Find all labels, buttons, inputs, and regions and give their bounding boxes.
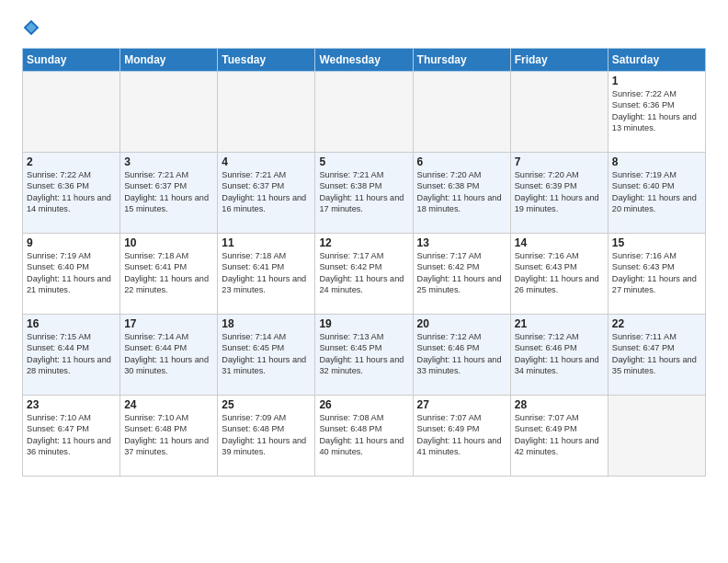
day-number: 14	[515, 236, 604, 249]
day-number: 20	[417, 317, 506, 330]
weekday-monday: Monday	[120, 49, 218, 72]
weekday-header-row: SundayMondayTuesdayWednesdayThursdayFrid…	[23, 49, 706, 72]
day-cell: 20Sunrise: 7:12 AM Sunset: 6:46 PM Dayli…	[413, 315, 510, 396]
day-cell: 7Sunrise: 7:20 AM Sunset: 6:39 PM Daylig…	[510, 153, 608, 234]
day-cell: 25Sunrise: 7:09 AM Sunset: 6:48 PM Dayli…	[218, 396, 315, 477]
day-info: Sunrise: 7:21 AM Sunset: 6:37 PM Dayligh…	[124, 169, 213, 215]
week-row-5: 23Sunrise: 7:10 AM Sunset: 6:47 PM Dayli…	[23, 396, 706, 477]
day-cell	[608, 396, 705, 477]
day-cell: 6Sunrise: 7:20 AM Sunset: 6:38 PM Daylig…	[413, 153, 510, 234]
day-number: 11	[222, 236, 311, 249]
day-cell: 9Sunrise: 7:19 AM Sunset: 6:40 PM Daylig…	[23, 234, 120, 315]
day-number: 7	[515, 155, 604, 168]
day-number: 12	[319, 236, 408, 249]
day-number: 9	[27, 236, 116, 249]
weekday-wednesday: Wednesday	[315, 49, 413, 72]
day-number: 5	[319, 155, 408, 168]
weekday-sunday: Sunday	[23, 49, 120, 72]
day-info: Sunrise: 7:14 AM Sunset: 6:44 PM Dayligh…	[124, 331, 213, 377]
day-number: 2	[27, 155, 116, 168]
day-number: 28	[515, 398, 604, 411]
day-cell: 5Sunrise: 7:21 AM Sunset: 6:38 PM Daylig…	[315, 153, 413, 234]
day-number: 8	[612, 155, 701, 168]
day-info: Sunrise: 7:18 AM Sunset: 6:41 PM Dayligh…	[124, 250, 213, 296]
day-cell: 21Sunrise: 7:12 AM Sunset: 6:46 PM Dayli…	[510, 315, 608, 396]
logo	[22, 18, 44, 37]
day-cell	[315, 72, 413, 153]
day-number: 13	[417, 236, 506, 249]
day-cell: 3Sunrise: 7:21 AM Sunset: 6:37 PM Daylig…	[120, 153, 218, 234]
day-cell: 19Sunrise: 7:13 AM Sunset: 6:45 PM Dayli…	[315, 315, 413, 396]
day-info: Sunrise: 7:07 AM Sunset: 6:49 PM Dayligh…	[417, 412, 506, 458]
day-info: Sunrise: 7:10 AM Sunset: 6:48 PM Dayligh…	[124, 412, 213, 458]
day-number: 15	[612, 236, 701, 249]
day-number: 27	[417, 398, 506, 411]
day-number: 24	[124, 398, 213, 411]
day-number: 6	[417, 155, 506, 168]
day-cell: 16Sunrise: 7:15 AM Sunset: 6:44 PM Dayli…	[23, 315, 120, 396]
day-number: 10	[124, 236, 213, 249]
day-cell: 17Sunrise: 7:14 AM Sunset: 6:44 PM Dayli…	[120, 315, 218, 396]
day-info: Sunrise: 7:21 AM Sunset: 6:38 PM Dayligh…	[319, 169, 408, 215]
day-cell: 28Sunrise: 7:07 AM Sunset: 6:49 PM Dayli…	[510, 396, 608, 477]
day-number: 17	[124, 317, 213, 330]
day-info: Sunrise: 7:12 AM Sunset: 6:46 PM Dayligh…	[515, 331, 604, 377]
day-number: 21	[515, 317, 604, 330]
weekday-tuesday: Tuesday	[218, 49, 315, 72]
calendar: SundayMondayTuesdayWednesdayThursdayFrid…	[22, 48, 706, 477]
day-number: 1	[612, 75, 701, 87]
day-info: Sunrise: 7:19 AM Sunset: 6:40 PM Dayligh…	[27, 250, 116, 296]
day-number: 23	[27, 398, 116, 411]
day-info: Sunrise: 7:17 AM Sunset: 6:42 PM Dayligh…	[319, 250, 408, 296]
day-info: Sunrise: 7:12 AM Sunset: 6:46 PM Dayligh…	[417, 331, 506, 377]
week-row-1: 1Sunrise: 7:22 AM Sunset: 6:36 PM Daylig…	[23, 72, 706, 153]
day-cell: 8Sunrise: 7:19 AM Sunset: 6:40 PM Daylig…	[608, 153, 705, 234]
day-cell	[413, 72, 510, 153]
day-cell: 2Sunrise: 7:22 AM Sunset: 6:36 PM Daylig…	[23, 153, 120, 234]
day-number: 19	[319, 317, 408, 330]
weekday-friday: Friday	[510, 49, 608, 72]
day-number: 3	[124, 155, 213, 168]
week-row-3: 9Sunrise: 7:19 AM Sunset: 6:40 PM Daylig…	[23, 234, 706, 315]
week-row-4: 16Sunrise: 7:15 AM Sunset: 6:44 PM Dayli…	[23, 315, 706, 396]
day-cell: 10Sunrise: 7:18 AM Sunset: 6:41 PM Dayli…	[120, 234, 218, 315]
day-info: Sunrise: 7:11 AM Sunset: 6:47 PM Dayligh…	[612, 331, 701, 377]
day-cell: 23Sunrise: 7:10 AM Sunset: 6:47 PM Dayli…	[23, 396, 120, 477]
day-info: Sunrise: 7:13 AM Sunset: 6:45 PM Dayligh…	[319, 331, 408, 377]
logo-icon	[22, 18, 40, 37]
day-cell: 18Sunrise: 7:14 AM Sunset: 6:45 PM Dayli…	[218, 315, 315, 396]
page: SundayMondayTuesdayWednesdayThursdayFrid…	[0, 0, 728, 563]
day-info: Sunrise: 7:17 AM Sunset: 6:42 PM Dayligh…	[417, 250, 506, 296]
day-cell	[510, 72, 608, 153]
day-info: Sunrise: 7:20 AM Sunset: 6:39 PM Dayligh…	[515, 169, 604, 215]
week-row-2: 2Sunrise: 7:22 AM Sunset: 6:36 PM Daylig…	[23, 153, 706, 234]
day-cell: 12Sunrise: 7:17 AM Sunset: 6:42 PM Dayli…	[315, 234, 413, 315]
day-info: Sunrise: 7:16 AM Sunset: 6:43 PM Dayligh…	[515, 250, 604, 296]
day-info: Sunrise: 7:10 AM Sunset: 6:47 PM Dayligh…	[27, 412, 116, 458]
day-cell: 14Sunrise: 7:16 AM Sunset: 6:43 PM Dayli…	[510, 234, 608, 315]
weekday-thursday: Thursday	[413, 49, 510, 72]
day-info: Sunrise: 7:22 AM Sunset: 6:36 PM Dayligh…	[612, 88, 701, 134]
day-info: Sunrise: 7:14 AM Sunset: 6:45 PM Dayligh…	[222, 331, 311, 377]
day-info: Sunrise: 7:07 AM Sunset: 6:49 PM Dayligh…	[515, 412, 604, 458]
day-info: Sunrise: 7:15 AM Sunset: 6:44 PM Dayligh…	[27, 331, 116, 377]
day-cell: 4Sunrise: 7:21 AM Sunset: 6:37 PM Daylig…	[218, 153, 315, 234]
day-number: 25	[222, 398, 311, 411]
day-number: 22	[612, 317, 701, 330]
header	[22, 18, 706, 37]
day-cell: 11Sunrise: 7:18 AM Sunset: 6:41 PM Dayli…	[218, 234, 315, 315]
day-cell: 24Sunrise: 7:10 AM Sunset: 6:48 PM Dayli…	[120, 396, 218, 477]
day-number: 16	[27, 317, 116, 330]
day-number: 4	[222, 155, 311, 168]
day-cell	[120, 72, 218, 153]
day-info: Sunrise: 7:18 AM Sunset: 6:41 PM Dayligh…	[222, 250, 311, 296]
day-number: 18	[222, 317, 311, 330]
day-cell	[23, 72, 120, 153]
day-info: Sunrise: 7:21 AM Sunset: 6:37 PM Dayligh…	[222, 169, 311, 215]
day-cell: 13Sunrise: 7:17 AM Sunset: 6:42 PM Dayli…	[413, 234, 510, 315]
day-info: Sunrise: 7:16 AM Sunset: 6:43 PM Dayligh…	[612, 250, 701, 296]
day-cell: 1Sunrise: 7:22 AM Sunset: 6:36 PM Daylig…	[608, 72, 705, 153]
day-number: 26	[319, 398, 408, 411]
day-cell	[218, 72, 315, 153]
day-info: Sunrise: 7:20 AM Sunset: 6:38 PM Dayligh…	[417, 169, 506, 215]
